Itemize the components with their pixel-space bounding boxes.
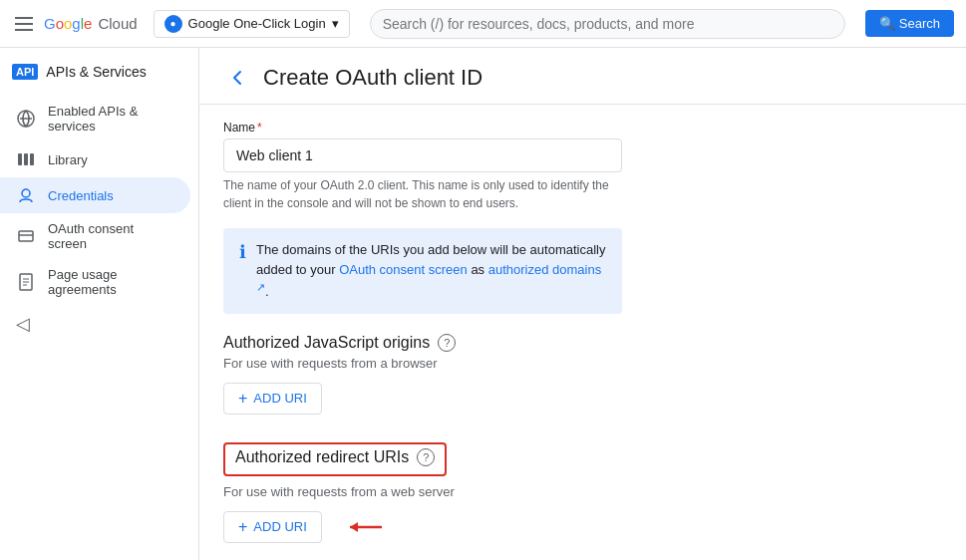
sidebar-nav: Enabled APIs & services Library Credenti… [0, 96, 198, 305]
google-cloud-logo: Google Cloud [44, 15, 138, 32]
app-layout: API APIs & Services Enabled APIs & servi… [0, 48, 966, 560]
svg-rect-2 [18, 153, 22, 165]
plus-icon-2: + [238, 518, 247, 536]
project-selector-label: Google One-Click Login [188, 16, 326, 31]
redirect-uris-title: Authorized redirect URIs [235, 448, 409, 466]
svg-point-5 [22, 189, 30, 197]
js-origins-title-row: Authorized JavaScript origins ? [223, 334, 942, 352]
info-box: ℹ The domains of the URIs you add below … [223, 228, 622, 314]
sidebar-item-credentials[interactable]: Credentials [0, 177, 190, 213]
sidebar-item-enabled[interactable]: Enabled APIs & services [0, 96, 190, 141]
info-text: The domains of the URIs you add below wi… [256, 240, 606, 302]
name-input[interactable] [223, 139, 622, 172]
sidebar-item-oauth-label: OAuth consent screen [48, 221, 174, 251]
js-origins-title: Authorized JavaScript origins [223, 334, 430, 352]
redirect-uris-section: Authorized redirect URIs ? For use with … [223, 442, 942, 543]
main-header: Create OAuth client ID [199, 48, 966, 105]
enabled-apis-icon [16, 109, 36, 129]
main-content-area: Create OAuth client ID Name* The name of… [199, 48, 966, 560]
arrow-annotation [342, 515, 392, 539]
credentials-icon [16, 185, 36, 205]
redirect-uris-title-row: Authorized redirect URIs ? [235, 448, 435, 466]
api-badge: API [12, 64, 38, 80]
project-selector[interactable]: ● Google One-Click Login ▾ [154, 10, 350, 38]
sidebar-item-library-label: Library [48, 152, 88, 167]
library-icon [16, 149, 36, 169]
search-button[interactable]: 🔍 Search [865, 10, 954, 37]
redirect-uris-title-box: Authorized redirect URIs ? [223, 442, 447, 476]
collapse-icon: ◁ [16, 314, 30, 334]
sidebar-collapse-button[interactable]: ◁ [0, 305, 198, 343]
js-origins-desc: For use with requests from a browser [223, 356, 942, 371]
oauth-icon [16, 226, 36, 246]
sidebar-item-enabled-label: Enabled APIs & services [48, 104, 174, 134]
sidebar-item-oauth[interactable]: OAuth consent screen [0, 213, 190, 259]
svg-rect-3 [24, 153, 28, 165]
back-button[interactable] [223, 64, 251, 92]
svg-rect-4 [30, 153, 34, 165]
sidebar-header: API APIs & Services [0, 56, 198, 88]
sidebar-item-page-usage-label: Page usage agreements [48, 267, 174, 297]
page-title: Create OAuth client ID [263, 65, 483, 91]
js-origins-help-icon[interactable]: ? [438, 334, 456, 352]
sidebar: API APIs & Services Enabled APIs & servi… [0, 48, 199, 560]
redirect-uris-add-uri-button[interactable]: + ADD URI [223, 511, 322, 543]
redirect-uris-desc: For use with requests from a web server [223, 484, 942, 499]
oauth-consent-link[interactable]: OAuth consent screen [339, 262, 468, 277]
js-origins-add-uri-button[interactable]: + ADD URI [223, 383, 322, 415]
svg-marker-13 [350, 522, 358, 532]
search-icon: 🔍 [879, 16, 895, 31]
svg-rect-6 [19, 231, 33, 241]
topbar: Google Cloud ● Google One-Click Login ▾ … [0, 0, 966, 48]
search-bar [370, 9, 845, 39]
sidebar-item-credentials-label: Credentials [48, 188, 114, 203]
menu-button[interactable] [12, 12, 36, 36]
red-arrow-icon [342, 515, 392, 539]
page-usage-icon [16, 272, 36, 292]
plus-icon: + [238, 390, 247, 408]
sidebar-item-library[interactable]: Library [0, 141, 190, 177]
search-input[interactable] [370, 9, 845, 39]
add-uri-row: + ADD URI [223, 511, 942, 543]
sidebar-item-page-usage[interactable]: Page usage agreements [0, 259, 190, 305]
sidebar-title: APIs & Services [46, 64, 146, 80]
redirect-uris-help-icon[interactable]: ? [417, 448, 435, 466]
name-label: Name* [223, 121, 942, 135]
main-form: Name* The name of your OAuth 2.0 client.… [199, 105, 966, 560]
name-helper-text: The name of your OAuth 2.0 client. This … [223, 176, 622, 212]
chevron-down-icon: ▾ [332, 16, 339, 31]
info-icon: ℹ [239, 241, 246, 263]
js-origins-section: Authorized JavaScript origins ? For use … [223, 334, 942, 415]
name-field-group: Name* The name of your OAuth 2.0 client.… [223, 121, 942, 212]
